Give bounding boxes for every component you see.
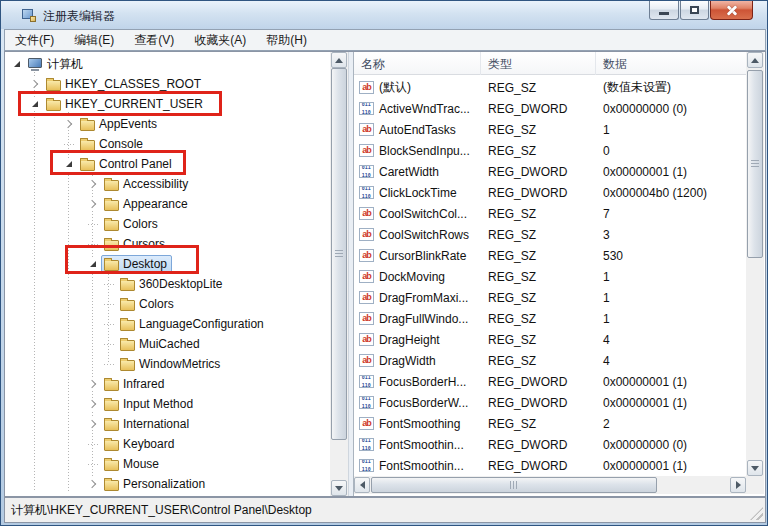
value-row-coolswitchcol[interactable]: abCoolSwitchCol...REG_SZ7 xyxy=(354,203,746,224)
tree-item-console[interactable]: Console xyxy=(5,134,330,154)
value-row-dockmoving[interactable]: abDockMovingREG_SZ1 xyxy=(354,266,746,287)
tree-item-control-panel[interactable]: Control Panel xyxy=(5,154,330,174)
menu-edit[interactable]: 编辑(E) xyxy=(64,30,124,50)
scroll-left-button[interactable] xyxy=(354,477,370,493)
tree-vertical-scrollbar[interactable] xyxy=(330,52,348,496)
reg-sz-icon: ab xyxy=(359,228,374,241)
value-row-fontsmoothing[interactable]: abFontSmoothingREG_SZ2 xyxy=(354,413,746,434)
tree-item-label: Mouse xyxy=(123,457,159,471)
tree-item-360desktoplite[interactable]: 360DesktopLite xyxy=(5,274,330,294)
tree-item-input-method[interactable]: Input Method xyxy=(5,394,330,414)
value-row-cursorblinkrate[interactable]: abCursorBlinkRateREG_SZ530 xyxy=(354,245,746,266)
reg-sz-icon: ab xyxy=(359,354,374,367)
expander-collapsed-icon[interactable] xyxy=(87,378,99,390)
expander-collapsed-icon[interactable] xyxy=(29,78,41,90)
minimize-button[interactable] xyxy=(649,1,679,20)
value-row-focusborderw[interactable]: 011110FocusBorderW...REG_DWORD0x00000001… xyxy=(354,392,746,413)
scroll-down-button[interactable] xyxy=(331,480,347,496)
scroll-up-button[interactable] xyxy=(331,52,347,68)
value-data: 2 xyxy=(596,417,746,431)
expander-expanded-icon[interactable] xyxy=(63,158,75,170)
list-horizontal-scrollbar[interactable] xyxy=(354,476,746,494)
tree-item-windowmetrics[interactable]: WindowMetrics xyxy=(5,354,330,374)
tree-item-languageconfiguration[interactable]: LanguageConfiguration xyxy=(5,314,330,334)
expander-collapsed-icon[interactable] xyxy=(87,198,99,210)
tree-leader-dots xyxy=(103,338,115,350)
tree-item-muicached[interactable]: MuiCached xyxy=(5,334,330,354)
scroll-right-button[interactable] xyxy=(730,477,746,493)
title-bar[interactable]: 注册表编辑器 xyxy=(1,1,767,29)
menu-view[interactable]: 查看(V) xyxy=(124,30,184,50)
value-name: FontSmoothing xyxy=(379,417,460,431)
value-data: 0x00000001 (1) xyxy=(596,165,746,179)
maximize-button[interactable] xyxy=(680,1,709,20)
tree-item-international[interactable]: International xyxy=(5,414,330,434)
tree-item-colors[interactable]: Colors xyxy=(5,214,330,234)
value-row-fontsmoothin[interactable]: 011110FontSmoothin...REG_DWORD0x00000000… xyxy=(354,434,746,455)
reg-dword-icon: 011110 xyxy=(359,438,374,451)
tree-item-colors[interactable]: Colors xyxy=(5,294,330,314)
list-vertical-scrollbar[interactable] xyxy=(746,52,764,476)
tree-item-desktop[interactable]: Desktop xyxy=(5,254,330,274)
tree-item-personalization[interactable]: Personalization xyxy=(5,474,330,494)
expander-expanded-icon[interactable] xyxy=(11,58,23,70)
expander-collapsed-icon[interactable] xyxy=(63,118,75,130)
column-header-data[interactable]: 数据 xyxy=(596,52,746,75)
value-row-dragheight[interactable]: abDragHeightREG_SZ4 xyxy=(354,329,746,350)
menu-file[interactable]: 文件(F) xyxy=(5,30,64,50)
folder-icon xyxy=(104,200,119,211)
close-button[interactable] xyxy=(710,1,753,20)
menu-favorites[interactable]: 收藏夹(A) xyxy=(184,30,256,50)
value-row-dragfrommaxi[interactable]: abDragFromMaxi...REG_SZ1 xyxy=(354,287,746,308)
tree-item-content: Desktop xyxy=(101,255,172,273)
resize-grip[interactable] xyxy=(750,507,763,520)
value-row-autoendtasks[interactable]: abAutoEndTasksREG_SZ1 xyxy=(354,119,746,140)
tree-item-accessibility[interactable]: Accessibility xyxy=(5,174,330,194)
tree-item-label: 360DesktopLite xyxy=(139,277,222,291)
value-row-dragfullwindo[interactable]: abDragFullWindo...REG_SZ1 xyxy=(354,308,746,329)
value-row-item-0[interactable]: ab(默认)REG_SZ(数值未设置) xyxy=(354,77,746,98)
tree-item-infrared[interactable]: Infrared xyxy=(5,374,330,394)
tree-item-mouse[interactable]: Mouse xyxy=(5,454,330,474)
tree-item-hkey-current-user[interactable]: HKEY_CURRENT_USER xyxy=(5,94,330,114)
window-title: 注册表编辑器 xyxy=(43,8,115,25)
folder-icon xyxy=(120,320,135,331)
column-header-name[interactable]: 名称 xyxy=(354,52,481,75)
tree-item-item-0[interactable]: 计算机 xyxy=(5,54,330,74)
value-name-cell: abAutoEndTasks xyxy=(354,123,481,137)
tree-leader-dots xyxy=(87,458,99,470)
tree-item-cursors[interactable]: Cursors xyxy=(5,234,330,254)
value-row-clicklocktime[interactable]: 011110ClickLockTimeREG_DWORD0x000004b0 (… xyxy=(354,182,746,203)
scroll-up-button[interactable] xyxy=(747,52,763,68)
tree-item-label: Appearance xyxy=(123,197,188,211)
value-row-dragwidth[interactable]: abDragWidthREG_SZ4 xyxy=(354,350,746,371)
folder-icon xyxy=(120,300,135,311)
expander-collapsed-icon[interactable] xyxy=(87,418,99,430)
value-row-fontsmoothin[interactable]: 011110FontSmoothin...REG_DWORD0x00000001… xyxy=(354,455,746,476)
tree-item-keyboard[interactable]: Keyboard xyxy=(5,434,330,454)
value-row-activewndtrac[interactable]: 011110ActiveWndTrac...REG_DWORD0x0000000… xyxy=(354,98,746,119)
value-row-coolswitchrows[interactable]: abCoolSwitchRowsREG_SZ3 xyxy=(354,224,746,245)
tree-item-appearance[interactable]: Appearance xyxy=(5,194,330,214)
value-name: BlockSendInpu... xyxy=(379,144,470,158)
tree-item-appevents[interactable]: AppEvents xyxy=(5,114,330,134)
value-row-focusborderh[interactable]: 011110FocusBorderH...REG_DWORD0x00000001… xyxy=(354,371,746,392)
value-row-caretwidth[interactable]: 011110CaretWidthREG_DWORD0x00000001 (1) xyxy=(354,161,746,182)
scrollbar-thumb[interactable] xyxy=(747,70,763,258)
menu-help[interactable]: 帮助(H) xyxy=(256,30,317,50)
scrollbar-thumb[interactable] xyxy=(331,68,347,440)
value-type: REG_SZ xyxy=(481,354,596,368)
tree-item-content: Accessibility xyxy=(101,175,193,193)
scroll-down-button[interactable] xyxy=(747,460,763,476)
scrollbar-thumb[interactable] xyxy=(371,477,657,493)
expander-collapsed-icon[interactable] xyxy=(87,478,99,490)
expander-collapsed-icon[interactable] xyxy=(87,398,99,410)
value-row-blocksendinpu[interactable]: abBlockSendInpu...REG_SZ0 xyxy=(354,140,746,161)
expander-expanded-icon[interactable] xyxy=(29,98,41,110)
expander-expanded-icon[interactable] xyxy=(87,258,99,270)
scrollbar-corner xyxy=(746,476,764,494)
tree-item-hkey-classes-root[interactable]: HKEY_CLASSES_ROOT xyxy=(5,74,330,94)
value-name: (默认) xyxy=(379,79,411,96)
column-header-type[interactable]: 类型 xyxy=(481,52,596,75)
expander-collapsed-icon[interactable] xyxy=(87,178,99,190)
